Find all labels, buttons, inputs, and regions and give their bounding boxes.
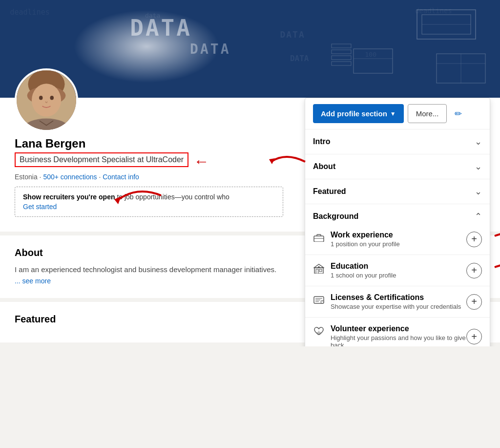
menu-item-volunteer[interactable]: Volunteer experience Highlight your pass…	[305, 318, 490, 346]
panel-header: Add profile section ▼ More... ✏	[305, 98, 490, 129]
menu-item-about-label: About	[313, 162, 335, 171]
menu-item-intro-label: Intro	[313, 137, 331, 146]
education-text: Education 1 school on your profile	[331, 262, 396, 279]
background-chevron-up-icon[interactable]: ⌃	[475, 211, 482, 222]
certificate-icon	[313, 294, 325, 306]
menu-item-licenses[interactable]: Licenses & Certifications Showcase your …	[305, 286, 490, 318]
avatar-image	[17, 70, 76, 130]
add-section-panel: Add profile section ▼ More... ✏ Intro ⌄	[305, 98, 490, 346]
school-icon	[313, 263, 325, 275]
about-body-suffix: initiatives.	[244, 265, 276, 274]
volunteer-icon	[313, 325, 325, 337]
get-started-link[interactable]: Get started	[23, 203, 275, 211]
school-svg	[313, 264, 324, 274]
connections-link[interactable]: 500+ connections	[43, 173, 97, 181]
svg-rect-10	[332, 56, 351, 60]
profile-headline: Business Development Specialist at Ultra…	[15, 152, 188, 167]
banner-text: deadlines data DATA DATA DATA DATA 100 d…	[0, 0, 500, 98]
menu-item-featured[interactable]: Featured ⌄	[305, 179, 490, 204]
featured-chevron-down-icon[interactable]: ⌄	[475, 186, 482, 197]
svg-point-17	[50, 96, 54, 100]
svg-rect-22	[314, 236, 324, 242]
menu-item-education[interactable]: Education 1 school on your profile +	[305, 255, 490, 286]
svg-rect-9	[332, 50, 351, 54]
open-to-work-text: Show recruiters you're open to job oppor…	[23, 193, 229, 201]
add-work-experience-button[interactable]: +	[466, 232, 482, 247]
menu-item-about[interactable]: About ⌄	[305, 154, 490, 179]
edit-button[interactable]: ✏	[451, 104, 466, 123]
menu-item-featured-left: Featured	[313, 187, 475, 196]
licenses-text: Licenses & Certifications Showcase your …	[331, 293, 461, 310]
svg-point-16	[39, 96, 43, 100]
svg-rect-8	[332, 44, 351, 48]
work-experience-text: Work experience 1 position on your profi…	[331, 231, 400, 248]
about-body-text: I am an experienced technologist and bus…	[15, 265, 242, 274]
briefcase-icon	[313, 232, 325, 243]
background-header[interactable]: Background ⌃	[305, 204, 490, 224]
banner-word-1: deadlines	[10, 8, 49, 17]
avatar-svg	[17, 70, 76, 130]
add-licenses-button[interactable]: +	[466, 294, 482, 310]
arrow-to-headline: ←	[193, 153, 209, 169]
menu-item-work-experience[interactable]: Work experience 1 position on your profi…	[305, 224, 490, 255]
add-section-label: Add profile section	[321, 109, 387, 118]
edit-pencil-icon: ✏	[455, 109, 462, 119]
profile-banner: deadlines data DATA DATA DATA DATA 100 d…	[0, 0, 500, 98]
page-wrapper: deadlines data DATA DATA DATA DATA 100 d…	[0, 0, 500, 342]
briefcase-svg	[313, 233, 324, 242]
intro-chevron-down-icon[interactable]: ⌄	[475, 136, 482, 147]
menu-item-about-left: About	[313, 162, 475, 171]
menu-item-intro-left: Intro	[313, 137, 475, 146]
volunteer-text: Volunteer experience Highlight your pass…	[331, 324, 466, 346]
open-strong: Show recruiters you're open	[23, 193, 115, 201]
svg-point-15	[32, 84, 61, 117]
menu-item-education-left: Education 1 school on your profile	[313, 262, 466, 279]
svg-point-35	[321, 300, 324, 303]
about-chevron-down-icon[interactable]: ⌄	[475, 161, 482, 172]
background-title: Background	[313, 212, 358, 221]
open-to-work-box: Show recruiters you're open to job oppor…	[15, 187, 283, 217]
menu-item-intro[interactable]: Intro ⌄	[305, 129, 490, 154]
profile-location: Estonia	[15, 173, 38, 181]
cert-svg	[313, 296, 324, 304]
svg-point-29	[318, 266, 320, 268]
open-suffix: to job opportunities—you control who	[115, 193, 229, 201]
banner-grid	[329, 0, 500, 98]
menu-item-featured-label: Featured	[313, 187, 346, 196]
avatar	[15, 68, 78, 132]
svg-rect-27	[319, 269, 322, 272]
add-volunteer-button[interactable]: +	[466, 329, 482, 344]
banner-word-3: DATA	[280, 29, 305, 40]
add-education-button[interactable]: +	[466, 263, 482, 278]
add-profile-section-button[interactable]: Add profile section ▼	[313, 104, 404, 123]
volunteer-svg	[313, 326, 324, 336]
menu-item-licenses-left: Licenses & Certifications Showcase your …	[313, 293, 466, 310]
more-button[interactable]: More...	[408, 104, 447, 123]
svg-rect-3	[354, 49, 393, 73]
menu-item-volunteer-left: Volunteer experience Highlight your pass…	[313, 324, 466, 346]
menu-item-work-left: Work experience 1 position on your profi…	[313, 231, 466, 248]
contact-info-link[interactable]: Contact info	[103, 173, 139, 181]
banner-data-1: DATA	[130, 15, 192, 41]
add-section-chevron-icon: ▼	[390, 110, 396, 117]
banner-word-4: DATA	[290, 54, 309, 63]
panel-menu: Intro ⌄ About ⌄	[305, 129, 490, 346]
svg-rect-26	[316, 269, 318, 274]
svg-rect-11	[332, 62, 351, 65]
see-more-link[interactable]: ... see more	[15, 277, 51, 285]
banner-data-2: DATA	[190, 41, 230, 57]
